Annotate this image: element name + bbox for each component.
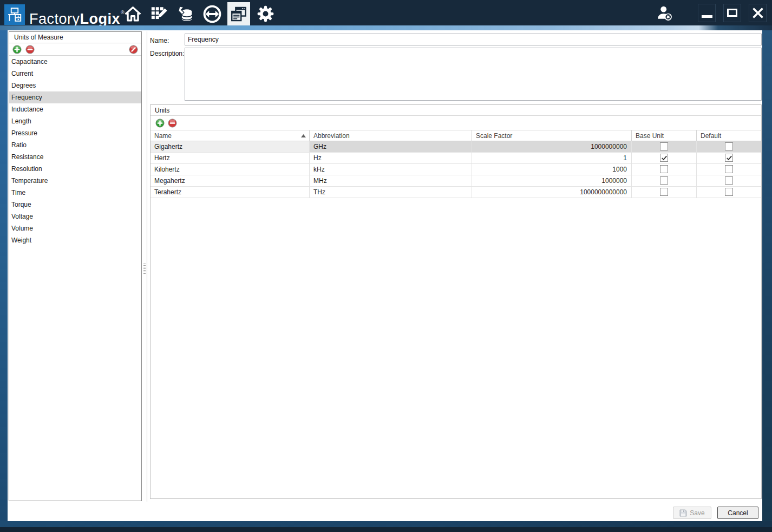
- unit-name-cell: Hertz: [151, 153, 309, 163]
- windows-icon: [230, 5, 248, 23]
- sidebar-item-ratio[interactable]: Ratio: [9, 139, 141, 151]
- column-header-name[interactable]: Name: [151, 130, 309, 141]
- unit-row-hertz[interactable]: HertzHz1: [151, 153, 761, 164]
- minimize-button[interactable]: [698, 4, 716, 22]
- unit-row-terahertz[interactable]: TerahertzTHz1000000000000: [151, 187, 761, 198]
- maximize-button[interactable]: [723, 4, 741, 22]
- sign-out-button[interactable]: [653, 3, 675, 23]
- unit-abbreviation-cell: kHz: [309, 164, 472, 175]
- remove-icon: [25, 45, 35, 54]
- maximize-icon: [727, 9, 737, 17]
- window-accent-right: [762, 30, 772, 521]
- unit-base-cell: [631, 164, 696, 175]
- main-nav: [121, 0, 277, 25]
- nav-grid-edit-button[interactable]: [148, 2, 171, 25]
- default-checkbox[interactable]: [725, 154, 733, 162]
- base-unit-checkbox[interactable]: [660, 165, 668, 173]
- unit-scale-factor-cell: 1000000000000: [472, 187, 631, 198]
- remove-icon: [168, 119, 177, 128]
- close-icon: [751, 6, 764, 19]
- base-unit-checkbox[interactable]: [660, 188, 668, 196]
- nav-data-import-button[interactable]: [174, 2, 197, 25]
- nav-windows-button[interactable]: [227, 2, 250, 25]
- app-window: FactoryLogix®: [0, 0, 772, 532]
- nav-settings-button[interactable]: [254, 2, 277, 25]
- base-unit-checkbox[interactable]: [660, 142, 668, 150]
- sidebar-item-torque[interactable]: Torque: [9, 199, 141, 211]
- base-unit-checkbox[interactable]: [660, 154, 668, 162]
- add-icon: [155, 119, 165, 128]
- block-measure-button[interactable]: [129, 45, 138, 54]
- default-checkbox[interactable]: [725, 188, 733, 196]
- titlebar: FactoryLogix®: [0, 0, 772, 25]
- unit-abbreviation-cell: GHz: [309, 141, 472, 152]
- add-unit-button[interactable]: [155, 119, 165, 128]
- name-input[interactable]: [185, 34, 762, 45]
- sidebar-item-resolution[interactable]: Resolution: [9, 163, 141, 175]
- units-groupbox: Units Name: [150, 104, 762, 499]
- close-button[interactable]: [749, 4, 767, 22]
- save-icon: [679, 509, 687, 517]
- sidebar-item-length[interactable]: Length: [9, 115, 141, 127]
- sidebar-item-resistance[interactable]: Resistance: [9, 151, 141, 163]
- minimize-icon: [702, 15, 712, 18]
- default-checkbox[interactable]: [725, 176, 733, 185]
- sidebar-item-current[interactable]: Current: [9, 68, 141, 80]
- unit-row-megahertz[interactable]: MegahertzMHz1000000: [151, 175, 761, 187]
- description-input[interactable]: [185, 48, 762, 101]
- unit-name-cell: Megahertz: [151, 175, 309, 186]
- splitter-handle[interactable]: [143, 264, 146, 275]
- sidebar-item-pressure[interactable]: Pressure: [9, 127, 141, 139]
- sidebar-item-temperature[interactable]: Temperature: [9, 175, 141, 187]
- column-header-base-unit[interactable]: Base Unit: [631, 130, 696, 141]
- remove-unit-button[interactable]: [168, 119, 177, 128]
- unit-base-cell: [631, 187, 696, 198]
- save-button[interactable]: Save: [673, 507, 711, 519]
- default-checkbox[interactable]: [725, 142, 733, 150]
- sidebar-item-degrees[interactable]: Degrees: [9, 80, 141, 91]
- unit-base-cell: [631, 141, 696, 152]
- unit-scale-factor-cell: 1000: [472, 164, 631, 175]
- name-label: Name:: [150, 37, 169, 44]
- sidebar-item-weight[interactable]: Weight: [9, 234, 141, 246]
- units-toolbar: [151, 116, 761, 130]
- transfer-icon: [202, 4, 222, 24]
- unit-scale-factor-cell: 1000000: [472, 175, 631, 186]
- uom-list: CapacitanceCurrentDegreesFrequencyInduct…: [9, 56, 141, 246]
- remove-measure-button[interactable]: [25, 45, 35, 54]
- sidebar-item-inductance[interactable]: Inductance: [9, 103, 141, 115]
- sidebar-item-voltage[interactable]: Voltage: [9, 211, 141, 222]
- nav-transfer-button[interactable]: [201, 2, 224, 25]
- window-accent-bottom: [0, 521, 772, 527]
- column-header-scale-factor[interactable]: Scale Factor: [472, 130, 631, 141]
- desk-icon: [6, 6, 23, 23]
- unit-default-cell: [696, 187, 761, 198]
- sidebar-item-capacitance[interactable]: Capacitance: [9, 56, 141, 68]
- unit-abbreviation-cell: THz: [309, 187, 472, 198]
- app-logo: [4, 4, 25, 25]
- nav-home-button[interactable]: [121, 2, 144, 25]
- unit-default-cell: [696, 153, 761, 163]
- default-checkbox[interactable]: [725, 165, 733, 173]
- sidebar-item-volume[interactable]: Volume: [9, 222, 141, 234]
- block-icon: [129, 45, 138, 54]
- sort-ascending-icon: [301, 134, 306, 137]
- panel-divider: [147, 31, 147, 502]
- sidebar-item-frequency[interactable]: Frequency: [9, 91, 141, 103]
- home-icon: [123, 4, 142, 23]
- add-measure-button[interactable]: [12, 45, 22, 54]
- unit-row-kilohertz[interactable]: KilohertzkHz1000: [151, 164, 761, 175]
- base-unit-checkbox[interactable]: [660, 176, 668, 185]
- unit-abbreviation-cell: Hz: [309, 153, 472, 163]
- sidebar-toolbar: [9, 43, 141, 56]
- column-header-default[interactable]: Default: [696, 130, 761, 141]
- cancel-button[interactable]: Cancel: [717, 507, 758, 519]
- units-title: Units: [151, 105, 761, 116]
- unit-scale-factor-cell: 1: [472, 153, 631, 163]
- unit-row-gigahertz[interactable]: GigahertzGHz1000000000: [151, 141, 761, 153]
- user-signout-icon: [656, 5, 672, 21]
- column-header-abbreviation[interactable]: Abbreviation: [309, 130, 472, 141]
- units-table: Name Abbreviation Scale Factor Base Unit…: [151, 130, 761, 198]
- sidebar-item-time[interactable]: Time: [9, 187, 141, 199]
- window-accent-top: [0, 25, 772, 30]
